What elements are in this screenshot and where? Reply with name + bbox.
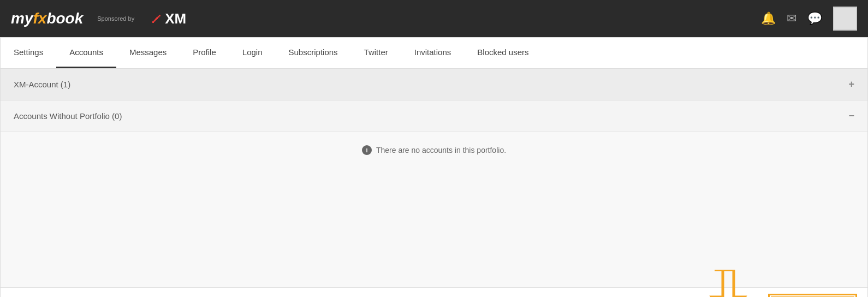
collapse-icon[interactable]: − [848,110,854,122]
header: myfxbook Sponsored by ⟋ XM 🔔 ✉ 💬 [0,0,868,37]
no-portfolio-label: Accounts Without Portfolio (0) [14,111,122,121]
avatar[interactable] [833,7,857,31]
chat-icon[interactable]: 💬 [807,11,822,26]
tab-subscriptions[interactable]: Subscriptions [276,38,351,68]
header-left: myfxbook Sponsored by ⟋ XM [11,10,186,28]
xm-account-row: XM-Account (1) + [1,69,867,100]
tab-twitter[interactable]: Twitter [351,38,401,68]
no-portfolio-row: Accounts Without Portfolio (0) − [1,100,867,132]
tab-blocked-users[interactable]: Blocked users [464,38,542,68]
notification-bell-icon[interactable]: 🔔 [761,11,776,26]
tab-messages[interactable]: Messages [116,38,180,68]
tab-login[interactable]: Login [229,38,276,68]
xm-logo: ⟋ XM [148,10,186,28]
svg-marker-0 [712,270,745,297]
arrow-indicator-icon [704,270,753,297]
xm-account-label: XM-Account (1) [14,80,70,89]
header-right: 🔔 ✉ 💬 [761,7,857,31]
xm-slash-icon: ⟋ [148,10,164,28]
content-area: XM-Account (1) + Accounts Without Portfo… [1,69,867,287]
messages-envelope-icon[interactable]: ✉ [787,11,796,26]
tab-profile[interactable]: Profile [180,38,229,68]
info-icon: i [362,145,372,155]
logo-my: my [11,10,33,27]
logo-book: book [46,10,83,27]
tab-invitations[interactable]: Invitations [401,38,465,68]
empty-portfolio-message: i There are no accounts in this portfoli… [1,132,867,168]
empty-message-text: There are no accounts in this portfolio. [376,146,506,155]
main-container: Settings Accounts Messages Profile Login… [0,37,868,297]
logo: myfxbook [11,10,83,27]
tabs-bar: Settings Accounts Messages Profile Login… [1,38,867,69]
expand-icon[interactable]: + [848,79,854,90]
tab-settings[interactable]: Settings [1,38,56,68]
tab-accounts[interactable]: Accounts [56,38,116,68]
logo-fx: fx [33,10,46,27]
bottom-bar: Manage portfolios Add Account [1,287,867,297]
sponsored-by-label: Sponsored by [97,15,134,22]
